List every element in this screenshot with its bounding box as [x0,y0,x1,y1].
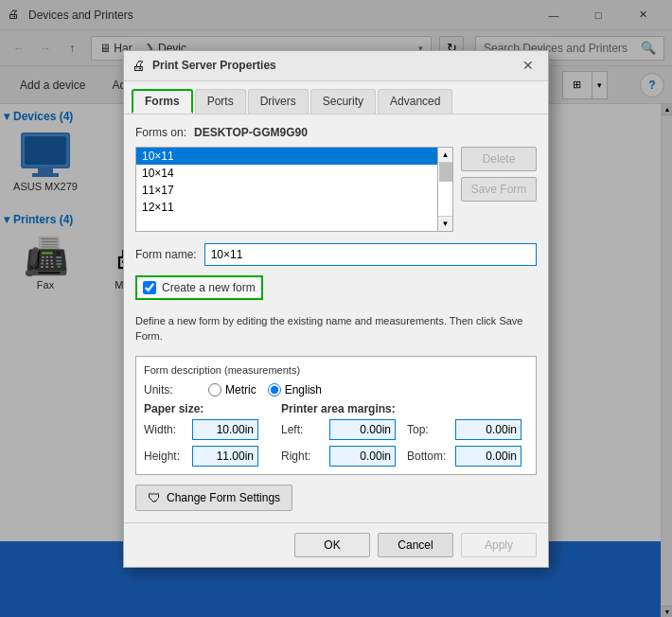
top-label: Top: [407,423,450,436]
list-item-3[interactable]: 12×11 [136,199,437,216]
list-item-2[interactable]: 11×17 [136,182,437,199]
list-scrollbar[interactable]: ▲ ▼ [438,147,453,232]
create-new-form-row: Create a new form [135,275,537,308]
right-label: Right: [281,450,324,463]
info-text: Define a new form by editing the existin… [135,313,537,344]
paper-size-title: Paper size: [144,402,258,415]
tab-security[interactable]: Security [310,89,376,114]
margins-section: Printer area margins: Left: Right: [281,402,522,467]
list-buttons: Delete Save Form [461,147,537,232]
change-form-icon: 🛡 [148,490,161,505]
size-margins-container: Paper size: Width: Height: Printer area … [144,402,528,467]
list-scroll-up-button[interactable]: ▲ [438,148,452,163]
bottom-row: Bottom: [407,446,522,467]
tab-drivers[interactable]: Drivers [248,89,309,114]
modal-overlay: 🖨 Print Server Properties ✕ Forms Ports … [0,0,672,617]
list-item-1[interactable]: 10×14 [136,165,437,182]
list-scroll-thumb [439,163,452,182]
metric-radio[interactable] [208,383,221,397]
units-row: Units: Metric English [144,383,528,397]
change-form-label: Change Form Settings [167,491,280,504]
width-input[interactable] [192,419,258,440]
create-new-form-text: Create a new form [162,281,256,294]
create-new-form-label[interactable]: Create a new form [135,275,263,300]
apply-button[interactable]: Apply [461,533,537,557]
ok-button[interactable]: OK [294,533,370,557]
forms-on-value: DESKTOP-GGM9G90 [194,126,308,139]
list-box[interactable]: 10×11 10×14 11×17 12×11 [135,147,438,232]
form-name-row: Form name: [135,243,537,266]
top-input[interactable] [455,419,522,440]
save-form-button[interactable]: Save Form [461,177,537,202]
tab-forms[interactable]: Forms [132,89,193,114]
create-new-form-checkbox[interactable] [143,281,156,294]
english-label: English [285,383,322,397]
dialog-content: Forms on: DESKTOP-GGM9G90 10×11 10×14 11… [124,115,548,522]
list-container: 10×11 10×14 11×17 12×11 ▲ ▼ Delete Save … [135,147,537,232]
form-name-input[interactable] [204,243,537,266]
margins-grid: Left: Right: [281,419,522,467]
delete-button[interactable]: Delete [461,147,537,171]
tab-ports[interactable]: Ports [195,89,246,114]
dialog-close-button[interactable]: ✕ [516,53,540,78]
height-label: Height: [144,450,186,463]
right-input[interactable] [329,446,396,467]
tab-advanced[interactable]: Advanced [378,89,452,114]
dialog-title-bar: 🖨 Print Server Properties ✕ [124,51,548,81]
list-item-0[interactable]: 10×11 [136,148,437,165]
bottom-input[interactable] [455,446,522,467]
left-row: Left: [281,419,396,440]
paper-size-section: Paper size: Width: Height: [144,402,258,467]
height-row: Height: [144,446,258,467]
left-label: Left: [281,423,324,436]
margins-title: Printer area margins: [281,402,522,415]
change-form-settings-button[interactable]: 🛡 Change Form Settings [135,485,292,511]
left-input[interactable] [329,419,396,440]
units-radio-group: Metric English [208,383,322,397]
dialog: 🖨 Print Server Properties ✕ Forms Ports … [123,50,549,568]
english-radio[interactable] [268,383,281,397]
metric-radio-label[interactable]: Metric [208,383,256,397]
units-label: Units: [144,383,201,397]
bottom-label: Bottom: [407,450,450,463]
form-name-label: Form name: [135,248,197,261]
dialog-title: Print Server Properties [152,59,516,72]
height-input[interactable] [192,446,258,467]
list-scroll-track [438,163,452,216]
top-row: Top: [407,419,522,440]
dialog-icon: 🖨 [132,58,147,73]
form-description-title: Form description (measurements) [144,364,528,376]
top-bottom-margins: Top: Bottom: [407,419,522,467]
forms-on-row: Forms on: DESKTOP-GGM9G90 [135,126,537,139]
right-row: Right: [281,446,396,467]
form-description-box: Form description (measurements) Units: M… [135,356,537,475]
english-radio-label[interactable]: English [268,383,322,397]
list-scroll-down-button[interactable]: ▼ [438,216,452,231]
width-label: Width: [144,423,186,436]
change-btn-row: 🛡 Change Form Settings [135,485,537,511]
cancel-button[interactable]: Cancel [378,533,453,557]
dialog-footer: OK Cancel Apply [124,522,548,567]
forms-on-label: Forms on: [135,126,186,139]
width-row: Width: [144,419,258,440]
left-right-margins: Left: Right: [281,419,396,467]
tab-bar: Forms Ports Drivers Security Advanced [124,81,548,115]
metric-label: Metric [225,383,256,397]
